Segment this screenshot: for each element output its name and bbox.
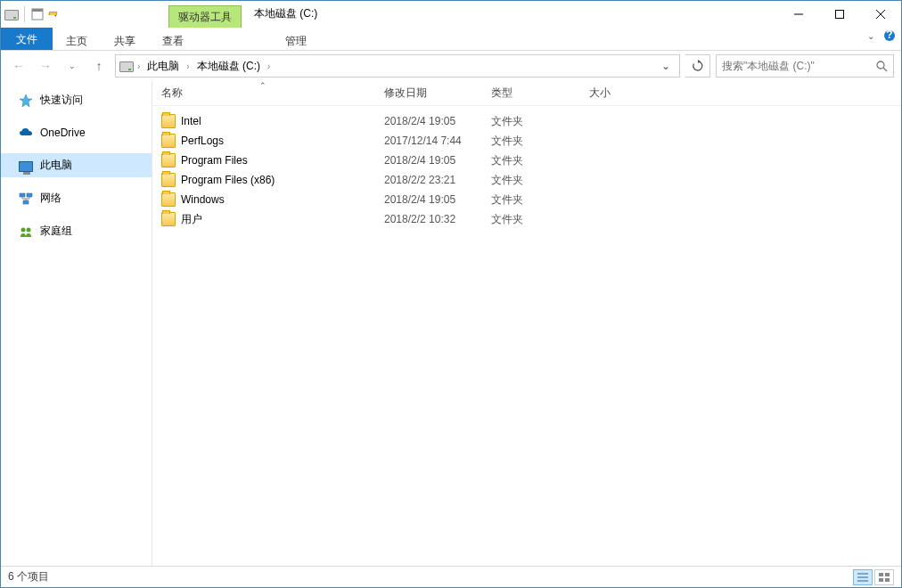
svg-rect-1 bbox=[32, 9, 43, 12]
sort-indicator-icon: ⌃ bbox=[259, 81, 266, 90]
breadcrumb-current[interactable]: 本地磁盘 (C:) bbox=[193, 59, 264, 74]
tab-view[interactable]: 查看 bbox=[149, 28, 197, 50]
file-type: 文件夹 bbox=[491, 173, 589, 188]
breadcrumb-sep-2: › bbox=[267, 61, 270, 71]
column-header-name[interactable]: 名称 bbox=[161, 86, 384, 101]
breadcrumb-this-pc[interactable]: 此电脑 bbox=[144, 59, 183, 74]
file-date: 2018/2/4 19:05 bbox=[384, 193, 491, 206]
file-type: 文件夹 bbox=[491, 114, 589, 129]
column-header-date-label: 修改日期 bbox=[384, 86, 427, 99]
file-row[interactable]: Program Files2018/2/4 19:05文件夹 bbox=[152, 151, 901, 170]
sidebar-item-label: 网络 bbox=[40, 191, 62, 206]
file-row[interactable]: PerfLogs2017/12/14 7:44文件夹 bbox=[152, 131, 901, 151]
svg-marker-10 bbox=[20, 94, 32, 107]
file-name: PerfLogs bbox=[181, 135, 224, 147]
file-row[interactable]: Intel2018/2/4 19:05文件夹 bbox=[152, 111, 901, 131]
navigation-pane: 快速访问 OneDrive 此电脑 网络 bbox=[1, 81, 152, 566]
search-box[interactable] bbox=[716, 54, 894, 78]
star-icon bbox=[19, 94, 33, 108]
column-header-size-label: 大小 bbox=[589, 86, 611, 99]
address-history-dropdown[interactable]: ⌄ bbox=[656, 60, 676, 72]
sidebar-item-this-pc[interactable]: 此电脑 bbox=[1, 153, 152, 177]
body: 快速访问 OneDrive 此电脑 网络 bbox=[1, 81, 901, 566]
details-view-button[interactable] bbox=[853, 569, 873, 585]
minimize-button[interactable] bbox=[778, 1, 819, 28]
tab-view-label: 查看 bbox=[162, 34, 184, 49]
tab-home[interactable]: 主页 bbox=[53, 28, 101, 50]
svg-rect-11 bbox=[20, 193, 25, 197]
maximize-button[interactable] bbox=[819, 1, 860, 28]
qat-properties-icon[interactable] bbox=[30, 7, 45, 21]
folder-icon bbox=[161, 192, 176, 207]
address-bar[interactable]: › 此电脑 › 本地磁盘 (C:) › ⌄ bbox=[115, 54, 680, 78]
file-name: Windows bbox=[181, 193, 225, 206]
title-bar: ▾ 驱动器工具 本地磁盘 (C:) bbox=[1, 1, 901, 28]
network-icon bbox=[19, 192, 33, 206]
address-drive-icon bbox=[119, 61, 134, 72]
contextual-tab-header: 驱动器工具 bbox=[168, 5, 242, 28]
file-date: 2017/12/14 7:44 bbox=[384, 135, 491, 147]
sidebar-item-label: 家庭组 bbox=[40, 224, 72, 239]
cloud-icon bbox=[19, 126, 33, 140]
folder-icon bbox=[161, 173, 176, 187]
refresh-button[interactable] bbox=[685, 54, 710, 78]
sidebar-item-quick-access[interactable]: 快速访问 bbox=[1, 88, 152, 112]
explorer-window: ▾ 驱动器工具 本地磁盘 (C:) 文件 主页 共享 查看 管理 ⌄ bbox=[0, 0, 902, 588]
svg-rect-3 bbox=[836, 11, 844, 19]
svg-rect-22 bbox=[885, 578, 890, 582]
file-row[interactable]: Program Files (x86)2018/2/2 23:21文件夹 bbox=[152, 170, 901, 190]
search-input[interactable] bbox=[722, 60, 865, 72]
up-button[interactable]: ↑ bbox=[88, 55, 110, 77]
pc-icon bbox=[19, 161, 33, 172]
svg-rect-20 bbox=[885, 573, 890, 576]
tab-manage[interactable]: 管理 bbox=[272, 28, 320, 50]
file-row[interactable]: 用户2018/2/2 10:32文件夹 bbox=[152, 209, 901, 229]
file-type: 文件夹 bbox=[491, 212, 589, 227]
column-header-type-label: 类型 bbox=[491, 86, 512, 99]
status-bar: 6 个项目 bbox=[1, 566, 901, 587]
folder-icon bbox=[161, 212, 176, 226]
status-item-count: 6 个项目 bbox=[8, 569, 49, 584]
file-row[interactable]: Windows2018/2/4 19:05文件夹 bbox=[152, 190, 901, 209]
file-list[interactable]: Intel2018/2/4 19:05文件夹PerfLogs2017/12/14… bbox=[152, 106, 901, 566]
sidebar-item-label: OneDrive bbox=[40, 127, 86, 139]
folder-icon bbox=[161, 114, 176, 128]
svg-point-14 bbox=[21, 227, 26, 232]
svg-point-15 bbox=[27, 227, 31, 232]
file-type: 文件夹 bbox=[491, 153, 589, 168]
title-spacer bbox=[330, 1, 778, 28]
folder-icon bbox=[161, 134, 176, 148]
sidebar-item-label: 快速访问 bbox=[40, 93, 83, 108]
search-icon[interactable] bbox=[876, 61, 888, 72]
sidebar-item-network[interactable]: 网络 bbox=[1, 186, 152, 210]
file-date: 2018/2/4 19:05 bbox=[384, 115, 491, 127]
svg-text:?: ? bbox=[886, 29, 892, 41]
svg-point-8 bbox=[877, 61, 884, 69]
file-date: 2018/2/2 23:21 bbox=[384, 174, 491, 186]
recent-locations-dropdown[interactable]: ⌄ bbox=[62, 55, 83, 77]
help-icon[interactable]: ? bbox=[883, 29, 896, 42]
column-header-type[interactable]: 类型 bbox=[491, 86, 589, 101]
ribbon-tabs: 文件 主页 共享 查看 管理 ⌄ ? bbox=[1, 28, 901, 51]
qat-newfolder-icon[interactable] bbox=[48, 13, 50, 15]
large-icons-view-button[interactable] bbox=[874, 569, 894, 585]
svg-rect-12 bbox=[27, 193, 32, 197]
file-name: Intel bbox=[181, 115, 201, 127]
file-tab[interactable]: 文件 bbox=[1, 28, 53, 50]
tab-home-label: 主页 bbox=[66, 34, 87, 49]
file-date: 2018/2/2 10:32 bbox=[384, 213, 491, 225]
homegroup-icon bbox=[19, 225, 33, 239]
forward-button[interactable]: → bbox=[35, 55, 56, 77]
back-button[interactable]: ← bbox=[8, 55, 29, 77]
sidebar-item-homegroup[interactable]: 家庭组 bbox=[1, 219, 152, 243]
column-header-date[interactable]: 修改日期 bbox=[384, 86, 491, 101]
tab-share-label: 共享 bbox=[114, 34, 135, 49]
tab-share[interactable]: 共享 bbox=[101, 28, 149, 50]
content-pane: ⌃ 名称 修改日期 类型 大小 Intel2018/2/4 19:05文件夹Pe… bbox=[152, 81, 901, 566]
file-type: 文件夹 bbox=[491, 192, 589, 208]
close-button[interactable] bbox=[860, 1, 901, 28]
file-tab-label: 文件 bbox=[16, 32, 37, 47]
ribbon-expand-icon[interactable]: ⌄ bbox=[867, 31, 874, 41]
sidebar-item-onedrive[interactable]: OneDrive bbox=[1, 121, 152, 144]
column-header-size[interactable]: 大小 bbox=[589, 86, 660, 101]
